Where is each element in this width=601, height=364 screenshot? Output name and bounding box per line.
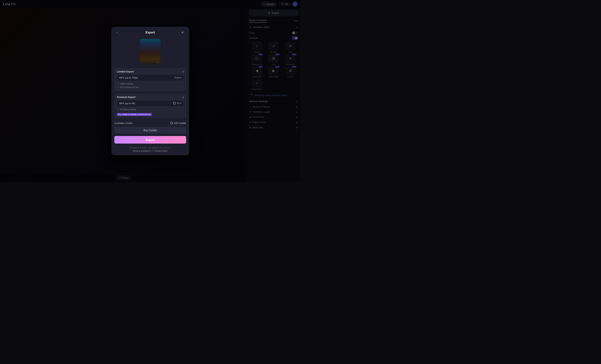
premium-feature-watermark: No Watermarking	[120, 108, 184, 111]
dropdown-chevron-premium: ▾	[180, 102, 181, 105]
footer-terms-link[interactable]: Terms & Conditions	[133, 150, 150, 152]
buy-credits-label: Buy Credits	[144, 129, 157, 132]
preview-watermark: Leia	[155, 61, 160, 64]
export-action-button[interactable]: Export	[114, 136, 186, 144]
credits-amount-value: 100 Credits	[174, 122, 186, 125]
dropdown-chevron-limited: ▾	[180, 77, 181, 79]
modal-header: ‹ Export ✕	[111, 27, 189, 38]
premium-price-value: 50	[177, 102, 180, 105]
footer-and: and	[151, 150, 154, 152]
limited-format-selector[interactable]: MP4 (up to 720p) Free ▾	[117, 75, 184, 81]
limited-info-icon[interactable]: ℹ	[183, 70, 184, 73]
credits-amount-icon	[170, 122, 173, 124]
premium-export-title: Premium Export	[117, 96, 135, 98]
premium-export-header: Premium Export ℹ	[117, 96, 184, 99]
preview-image: Leia	[140, 39, 160, 65]
limited-export-section: Limited Export ℹ MP4 (up to 720p) Free ▾…	[114, 68, 186, 91]
limited-feature-commercial: No Commercial Use	[120, 86, 184, 89]
modal-back-button[interactable]: ‹	[115, 30, 119, 35]
limited-format-label: MP4 (up to 720p)	[119, 76, 138, 79]
premium-format-selector[interactable]: MP4 (up to 4K) 50 ▾	[117, 101, 184, 106]
footer-privacy-link[interactable]: Privacy Policy	[155, 150, 168, 152]
modal-preview: Leia	[111, 38, 189, 68]
export-action-label: Export	[146, 138, 155, 141]
credits-circle-icon	[173, 102, 176, 105]
limited-feature-watermark: Watermarking	[120, 82, 184, 86]
footer-text: By tapping "Export", you agree to the Le…	[114, 146, 186, 152]
modal-title: Export	[146, 31, 155, 34]
premium-features-list: No Watermarking	[117, 108, 184, 111]
limited-features-list: Watermarking No Commercial Use	[117, 82, 184, 89]
premium-format-label: MP4 (up to 4K)	[119, 102, 135, 105]
premium-export-section: Premium Export ℹ MP4 (up to 4K) 50 ▾ No …	[114, 94, 186, 118]
premium-info-icon[interactable]: ℹ	[183, 96, 184, 99]
modal-close-button[interactable]: ✕	[180, 30, 185, 35]
premium-price-badge: 50 ▾	[173, 102, 181, 105]
export-modal: ‹ Export ✕ Leia Limited Export ℹ MP4 (up…	[111, 27, 189, 155]
footer-prefix: By tapping "Export", you agree to the Le…	[130, 146, 171, 149]
limited-export-header: Limited Export ℹ	[117, 70, 184, 73]
modal-footer: By tapping "Export", you agree to the Le…	[111, 146, 189, 155]
commercial-tag-container: Buy credits to activate Commercial Use	[117, 112, 184, 116]
limited-price-badge: Free ▾	[174, 76, 181, 79]
back-icon: ‹	[117, 31, 118, 34]
available-credits-row: Available Credits 100 Credits	[111, 120, 189, 126]
limited-export-title: Limited Export	[117, 70, 134, 73]
available-credits-label: Available Credits	[114, 122, 132, 125]
credits-amount: 100 Credits	[170, 122, 186, 125]
commercial-tag[interactable]: Buy credits to activate Commercial Use	[117, 113, 152, 116]
close-icon: ✕	[181, 31, 184, 34]
free-label: Free	[174, 76, 180, 79]
modal-overlay[interactable]: ‹ Export ✕ Leia Limited Export ℹ MP4 (up…	[0, 0, 300, 182]
buy-credits-button[interactable]: Buy Credits	[114, 127, 186, 134]
